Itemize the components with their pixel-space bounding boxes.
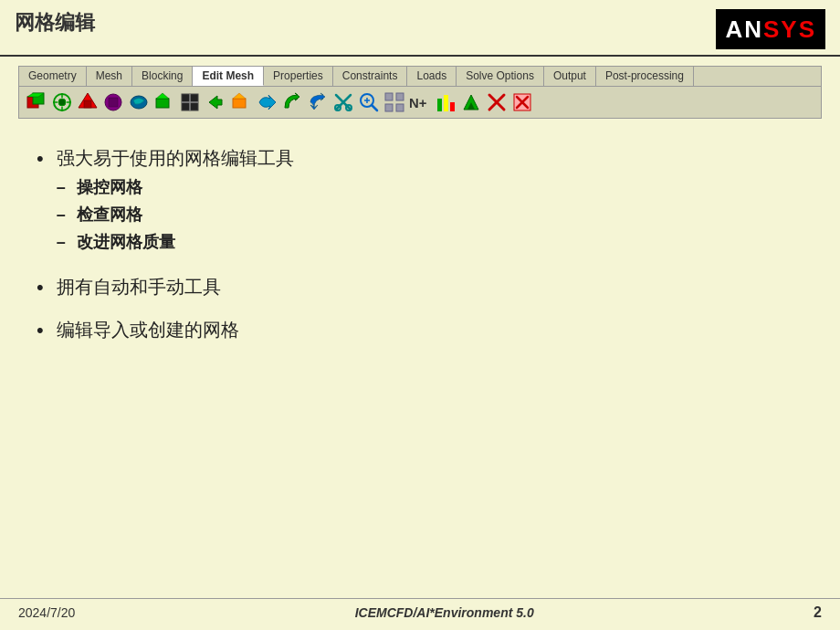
icon-12[interactable] (306, 90, 330, 114)
svg-rect-30 (396, 104, 404, 111)
svg-marker-15 (156, 93, 169, 99)
toolbar-container: Geometry Mesh Blocking Edit Mesh Propert… (18, 66, 822, 119)
icon-14[interactable] (357, 90, 381, 114)
menu-geometry[interactable]: Geometry (19, 67, 87, 86)
header: 网格编辑 ANSYS (0, 0, 840, 57)
icon-2[interactable] (50, 90, 74, 114)
sub-item-1-text: 操控网格 (77, 176, 142, 198)
sub-item-2: 检查网格 (57, 204, 294, 226)
bullet-list: 强大易于使用的网格编辑工具 操控网格 检查网格 改进网格质量 拥有自动和手动工具… (37, 146, 803, 343)
menu-loads[interactable]: Loads (407, 67, 457, 86)
svg-rect-14 (156, 99, 169, 108)
icon-4[interactable] (101, 90, 125, 114)
svg-rect-12 (109, 98, 118, 107)
sub-list-1: 操控网格 检查网格 改进网格质量 (57, 176, 294, 253)
footer-date: 2024/7/20 (18, 605, 75, 620)
svg-point-4 (58, 99, 66, 106)
svg-rect-34 (450, 102, 455, 111)
svg-text:N+: N+ (409, 96, 427, 110)
menu-edit-mesh[interactable]: Edit Mesh (193, 67, 264, 86)
menu-constraints[interactable]: Constraints (333, 67, 408, 86)
menu-solve-options[interactable]: Solve Options (457, 67, 544, 86)
icon-10[interactable] (255, 90, 278, 114)
icon-5[interactable] (127, 90, 151, 114)
icon-9[interactable] (229, 90, 253, 114)
menu-properties[interactable]: Properties (264, 67, 333, 86)
icon-3[interactable] (76, 90, 100, 114)
icon-20[interactable] (510, 90, 534, 114)
content-area: 强大易于使用的网格编辑工具 操控网格 检查网格 改进网格质量 拥有自动和手动工具… (0, 128, 840, 378)
ansys-logo: ANSYS (716, 9, 825, 49)
svg-rect-33 (444, 95, 448, 111)
bullet-item-1: 强大易于使用的网格编辑工具 操控网格 检查网格 改进网格质量 (37, 146, 803, 258)
bullet2-text: 拥有自动和手动工具 (57, 275, 221, 299)
icon-15[interactable] (383, 90, 406, 114)
page-title: 网格编辑 (15, 9, 95, 37)
icon-18[interactable] (459, 90, 483, 114)
bullet-item-2: 拥有自动和手动工具 (37, 275, 803, 301)
ansys-logo-text: ANSYS (725, 16, 816, 44)
icon-6[interactable] (152, 90, 176, 114)
ansys-logo-an: AN (725, 16, 763, 43)
svg-rect-32 (437, 99, 442, 111)
bullet-item-3: 编辑导入或创建的网格 (37, 318, 803, 344)
svg-marker-20 (233, 93, 246, 99)
icon-1[interactable] (25, 90, 48, 114)
icon-toolbar: N+ (19, 87, 821, 118)
svg-rect-27 (385, 93, 393, 100)
ansys-logo-sys: SYS (763, 16, 816, 43)
sub-item-3-text: 改进网格质量 (77, 231, 175, 253)
icon-n-plus[interactable]: N+ (408, 90, 432, 114)
sub-item-3: 改进网格质量 (57, 231, 294, 253)
icon-17[interactable] (434, 90, 457, 114)
icon-7[interactable] (178, 90, 202, 114)
icon-19[interactable] (485, 90, 509, 114)
svg-rect-10 (84, 100, 91, 108)
menu-mesh[interactable]: Mesh (87, 67, 132, 86)
icon-13[interactable] (331, 90, 355, 114)
svg-rect-29 (385, 104, 393, 111)
menu-bar: Geometry Mesh Blocking Edit Mesh Propert… (19, 67, 821, 87)
bullet3-text: 编辑导入或创建的网格 (57, 318, 239, 342)
bullet1-text: 强大易于使用的网格编辑工具 (57, 148, 294, 168)
icon-8[interactable] (204, 90, 227, 114)
sub-item-2-text: 检查网格 (77, 204, 142, 226)
sub-item-1: 操控网格 (57, 176, 294, 198)
svg-rect-19 (233, 99, 246, 108)
svg-line-24 (372, 105, 377, 110)
menu-blocking[interactable]: Blocking (132, 67, 193, 86)
menu-output[interactable]: Output (544, 67, 596, 86)
icon-11[interactable] (280, 90, 304, 114)
footer-page: 2 (814, 604, 822, 621)
menu-post-processing[interactable]: Post-processing (596, 67, 694, 86)
svg-rect-28 (396, 93, 404, 100)
footer-title: ICEMCFD/AI*Environment 5.0 (355, 605, 534, 620)
footer: 2024/7/20 ICEMCFD/AI*Environment 5.0 2 (0, 598, 840, 621)
